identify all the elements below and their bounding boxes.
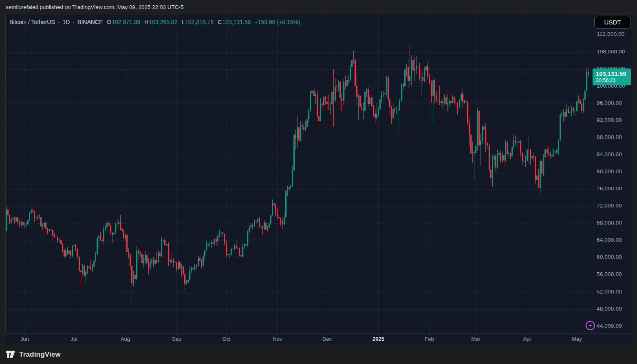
tradingview-wordmark: TradingView [19, 351, 61, 359]
high-label: H [144, 19, 148, 25]
price-tick-label: 112,000.00 [597, 31, 625, 37]
price-tick-label: 64,000.00 [597, 237, 622, 243]
price-tick-label: 108,000.00 [597, 49, 625, 55]
currency-toggle-button[interactable]: USDT [594, 16, 631, 29]
time-tick-label: Feb [425, 336, 434, 342]
symbol-title[interactable]: Bitcoin / TetherUS [9, 19, 55, 25]
open-value: 102,971.99 [112, 19, 140, 25]
time-tick-label: Mar [471, 336, 480, 342]
price-tick-label: 44,000.00 [597, 323, 622, 329]
price-tick-label: 56,000.00 [597, 271, 622, 277]
legend-separator: · [58, 19, 60, 25]
price-tick-label: 84,000.00 [597, 151, 622, 157]
current-price-value: 103,131.59 [596, 70, 629, 77]
time-tick-label: Jun [20, 336, 29, 342]
time-tick-label: Apr [523, 336, 531, 342]
flash-boost-icon[interactable] [585, 320, 596, 331]
time-axis[interactable]: JunJulAugSepOctNovDec2025FebMarAprMay [5, 333, 593, 345]
low-value: 102,818.76 [185, 19, 214, 25]
high-value: 103,265.82 [149, 19, 177, 25]
price-tick-label: 48,000.00 [597, 306, 622, 312]
open-label: O [107, 19, 111, 25]
ohlc-close: C103,131.59 [218, 19, 251, 25]
time-tick-label: Sep [172, 336, 181, 342]
time-tick-label: Dec [322, 336, 332, 342]
price-tick-label: 68,000.00 [597, 220, 622, 226]
price-tick-label: 92,000.00 [597, 117, 622, 123]
current-price-label: 103,131.59 20:56:21 [593, 68, 631, 85]
price-tick-label: 72,000.00 [597, 203, 622, 209]
price-axis[interactable]: 112,000.00108,000.00104,000.00100,000.00… [593, 15, 632, 333]
price-tick-label: 88,000.00 [597, 134, 622, 140]
chart-window: Bitcoin / TetherUS · 1D · BINANCE O102,9… [5, 15, 632, 345]
tradingview-brand-link[interactable]: TradingView [6, 351, 61, 359]
ohlc-open: O102,971.99 [107, 19, 140, 25]
candle-bodies-down [7, 60, 589, 284]
exchange-label: BINANCE [77, 19, 103, 25]
candle-wicks-up [7, 45, 590, 287]
timeframe-label[interactable]: 1D [62, 19, 70, 25]
time-tick-label: Jul [71, 336, 77, 342]
candle-bodies-up [6, 60, 591, 284]
time-tick-label: Aug [121, 336, 130, 342]
price-tick-label: 80,000.00 [597, 168, 622, 174]
time-tick-label: 2025 [373, 336, 384, 342]
price-change: +159.60 (+0.15%) [255, 19, 300, 25]
attribution-text: semilorefaleti published on TradingView.… [6, 4, 184, 10]
price-chart-canvas[interactable] [5, 15, 632, 345]
tradingview-logo-icon [6, 351, 15, 358]
ohlc-high: H103,265.82 [144, 19, 177, 25]
candle-wicks-down [8, 58, 589, 304]
time-tick-label: May [572, 336, 582, 342]
ohlc-low: L102,818.76 [181, 19, 214, 25]
footer-bar: TradingView [0, 345, 637, 364]
legend-separator: · [73, 19, 75, 25]
price-tick-label: 60,000.00 [597, 254, 622, 260]
time-tick-label: Oct [222, 336, 230, 342]
attribution-bar: semilorefaleti published on TradingView.… [0, 0, 637, 15]
time-tick-label: Nov [273, 336, 282, 342]
close-label: C [218, 19, 222, 25]
low-label: L [181, 19, 185, 25]
tradingview-snapshot-page: semilorefaleti published on TradingView.… [0, 0, 637, 364]
price-tick-label: 96,000.00 [597, 100, 622, 106]
close-value: 103,131.59 [222, 19, 251, 25]
price-tick-label: 52,000.00 [597, 289, 622, 295]
price-tick-label: 76,000.00 [597, 185, 622, 192]
chart-legend: Bitcoin / TetherUS · 1D · BINANCE O102,9… [9, 19, 300, 25]
bar-countdown: 20:56:21 [596, 77, 629, 84]
